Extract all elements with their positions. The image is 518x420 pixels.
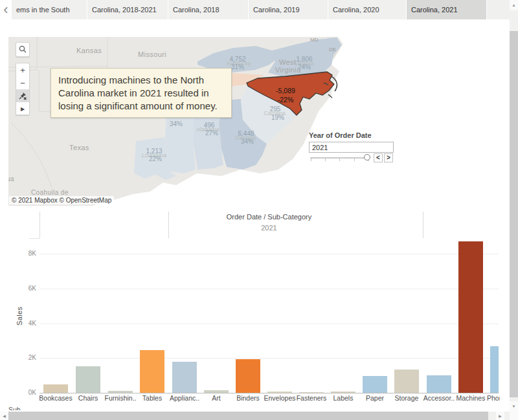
scroll-down-button[interactable]: ▼	[510, 401, 518, 412]
tab-carolina-2019[interactable]: Carolina, 2019	[249, 0, 328, 19]
bar-applianc-[interactable]	[172, 362, 197, 393]
gridline	[39, 254, 499, 254]
map-label-chihuahua-fragment: nua	[8, 175, 14, 182]
kentucky-value-label: 4,752	[229, 56, 245, 63]
tab-carolina-2018[interactable]: Carolina, 2018	[168, 0, 248, 19]
mississippi-pct-label: 34%	[170, 120, 183, 127]
search-icon	[16, 43, 29, 56]
vertical-scrollbar[interactable]: ▲ ▼	[510, 0, 518, 412]
horizontal-scrollbar[interactable]: ◀ ▶	[0, 412, 510, 420]
x-category-label: Phone	[487, 394, 500, 402]
bar-accessor-[interactable]	[427, 375, 451, 393]
map-panel: Kansas Missouri Texas West Virginia Coah…	[8, 37, 499, 206]
bar-bookcases[interactable]	[43, 384, 68, 393]
north-carolina-value-label: -5,089	[276, 87, 295, 94]
alabama-value-label: 496	[204, 122, 215, 129]
tab-strip-stub	[487, 0, 510, 19]
alabama-pct-label: 27%	[205, 129, 218, 137]
bar-chairs[interactable]	[76, 366, 100, 393]
map-pin-button[interactable]	[16, 89, 29, 102]
gridline	[39, 324, 499, 324]
tab-carolina-2018-2021[interactable]: Carolina, 2018-2021	[87, 0, 168, 19]
map-label-coahuila: Coahuila de	[31, 189, 69, 196]
virginia-value-label: 1,806	[296, 56, 312, 63]
year-filter-input[interactable]: 2021	[309, 142, 394, 153]
annotation-box[interactable]: Introducing machines to the North Caroli…	[51, 68, 232, 118]
scroll-up-button[interactable]: ▲	[510, 0, 518, 10]
y-tick-label: 4K	[19, 320, 36, 327]
bar-tables[interactable]	[140, 350, 164, 393]
map-label-west-virginia-1: West	[279, 58, 296, 66]
horizontal-scrollbar-thumb[interactable]	[8, 412, 488, 420]
north-carolina-pct-label: -22%	[278, 96, 294, 104]
tab-items-in-the-south[interactable]: ems in the South	[12, 0, 87, 19]
y-tick-label: 0K	[19, 389, 36, 396]
bar-machines[interactable]	[458, 241, 483, 393]
scroll-right-button[interactable]: ▶	[496, 412, 504, 420]
bar-storage[interactable]	[394, 370, 419, 393]
map-zoom-in-button[interactable]: +	[16, 63, 29, 76]
map-zoom-out-button[interactable]: −	[16, 76, 29, 89]
kentucky-pct-label: 31%	[231, 63, 244, 71]
map-attribution: © 2021 Mapbox © OpenStreetMap	[9, 196, 114, 204]
chart-pane	[39, 238, 499, 393]
louisiana-value-label: 1,213	[146, 148, 162, 155]
pin-icon	[18, 91, 27, 100]
x-axis-labels: BookcasesChairsFurnishin..TablesApplianc…	[39, 394, 500, 404]
vertical-scrollbar-thumb[interactable]	[510, 31, 518, 397]
year-next-button[interactable]: >	[384, 153, 393, 162]
map-label-kansas: Kansas	[76, 47, 102, 54]
tab-carolina-2020[interactable]: Carolina, 2020	[328, 0, 406, 19]
bar-phone[interactable]	[490, 346, 499, 393]
x-axis-line	[39, 393, 499, 393]
tab-carolina-2021[interactable]: Carolina, 2021	[407, 0, 486, 19]
south-carolina-pct-label: 19%	[271, 114, 284, 121]
map-toolbar-expand-button[interactable]: ▶	[16, 102, 29, 115]
bar-paper[interactable]	[363, 376, 387, 393]
chart-title: Order Date / Sub-Category	[39, 213, 499, 221]
year-filter-slider[interactable]	[310, 157, 370, 159]
y-tick-label: 6K	[19, 285, 36, 292]
louisiana-pct-label: 22%	[149, 155, 162, 162]
bar-binders[interactable]	[236, 359, 260, 393]
map-label-missouri: Missouri	[138, 50, 166, 58]
map-label-texas: Texas	[69, 144, 89, 151]
map-label-md: MD	[310, 37, 319, 43]
gridline	[39, 289, 499, 289]
south-carolina-value-label: 295	[270, 105, 281, 113]
gridline	[39, 358, 499, 359]
scroll-left-button[interactable]: ◀	[0, 412, 8, 420]
chart-subtitle: 2021	[39, 224, 499, 232]
year-slider-handle[interactable]	[364, 154, 370, 160]
y-tick-label: 8K	[19, 250, 36, 257]
georgia-value-label: 6,448	[238, 130, 254, 137]
story-nav-back-button[interactable]: ‹	[1, 1, 11, 18]
south-region-map: Kansas Missouri Texas West Virginia Coah…	[8, 37, 499, 206]
scrollbar-corner	[510, 412, 518, 420]
story-tab-bar: ‹ ems in the South Carolina, 2018-2021 C…	[0, 0, 510, 19]
year-filter-label: Year of Order Date	[309, 131, 372, 139]
virginia-pct-label: 24%	[298, 63, 311, 71]
map-search-button[interactable]	[16, 42, 30, 57]
map-zoom-controls: + − ▶	[16, 63, 30, 115]
georgia-pct-label: 34%	[241, 138, 254, 145]
map-label-de: DE	[329, 47, 336, 52]
y-tick-label: 2K	[19, 354, 36, 361]
clipped-footer-text: Sub-Category	[8, 406, 21, 410]
year-prev-button[interactable]: <	[374, 153, 383, 162]
